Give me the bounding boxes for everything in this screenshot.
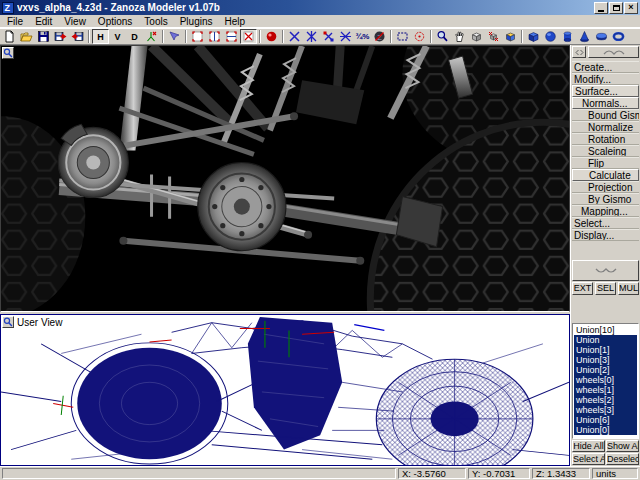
panel-command-modify[interactable]: Modify...	[572, 73, 639, 85]
viewport-single-button[interactable]	[189, 29, 206, 44]
object-list-item[interactable]: Union	[574, 335, 637, 345]
zoom-tool-button[interactable]	[434, 29, 451, 44]
sel-mode-button[interactable]: SEL	[595, 282, 616, 295]
panel-command-projection[interactable]: Projection	[572, 181, 639, 193]
menu-tools[interactable]: Tools	[138, 15, 173, 28]
chevron-up-wave-icon	[603, 49, 625, 56]
open-file-button[interactable]	[18, 29, 35, 44]
object-list[interactable]: Union[10] Union Union[1] Union[3] Union[…	[572, 323, 639, 439]
viewport-column: User View	[0, 45, 570, 466]
panel-command-rotation[interactable]: Rotation	[572, 133, 639, 145]
vertices-axes-button[interactable]	[143, 29, 160, 44]
render-3d-scene	[1, 46, 569, 311]
hide-all-button[interactable]: Hide All	[572, 440, 605, 452]
viewport-split-h-button[interactable]	[223, 29, 240, 44]
select-arrow-button[interactable]	[166, 29, 183, 44]
command-list: Create... Modify... Surface... Normals..…	[572, 61, 639, 241]
user-view-corner-button[interactable]	[2, 316, 14, 328]
panel-command-display[interactable]: Display...	[572, 229, 639, 241]
mul-mode-button[interactable]: MUL	[618, 282, 639, 295]
create-sphere-button[interactable]	[542, 29, 559, 44]
panel-expand-button[interactable]	[572, 260, 639, 281]
object-list-item[interactable]: Union[10]	[574, 325, 637, 335]
toggle-v-label: V	[114, 32, 120, 42]
pan-tool-button[interactable]	[451, 29, 468, 44]
rect-select-button[interactable]	[394, 29, 411, 44]
z-lock-button[interactable]: Z	[371, 29, 388, 44]
object-list-item[interactable]: wheels[1]	[574, 385, 637, 395]
menu-plugins[interactable]: Plugins	[174, 15, 219, 28]
panel-command-normals[interactable]: Normals...	[572, 97, 639, 109]
toggle-d-button[interactable]: D	[126, 29, 143, 44]
rotate-tool-button[interactable]	[303, 29, 320, 44]
zoom-extents-cube-button[interactable]	[485, 29, 502, 44]
status-bar: X: -3.5760 Y: -0.7031 Z: 1.3433 units	[0, 466, 640, 480]
rect-select-icon	[396, 30, 409, 43]
object-list-item[interactable]: wheels[3]	[574, 405, 637, 415]
panel-command-bound-gismo[interactable]: Bound Gismo	[572, 109, 639, 121]
object-list-item[interactable]: Union[3]	[574, 355, 637, 365]
svg-text:Z: Z	[5, 3, 11, 13]
menu-file[interactable]: File	[1, 15, 29, 28]
panel-command-calculate[interactable]: Calculate	[572, 169, 639, 181]
menu-options[interactable]: Options	[92, 15, 138, 28]
object-list-item[interactable]: Union[0]	[574, 425, 637, 435]
object-list-item[interactable]: wheels[2]	[574, 395, 637, 405]
menu-help[interactable]: Help	[219, 15, 252, 28]
snap-percent-button[interactable]: ¾%	[354, 29, 371, 44]
import-button[interactable]	[69, 29, 86, 44]
panel-command-flip[interactable]: Flip	[572, 157, 639, 169]
panel-command-mapping[interactable]: Mapping...	[572, 205, 639, 217]
toggle-h-button[interactable]: H	[92, 29, 109, 44]
rotate-tool-icon	[305, 30, 318, 43]
new-file-button[interactable]	[1, 29, 18, 44]
circle-select-button[interactable]	[411, 29, 428, 44]
create-cone-button[interactable]	[576, 29, 593, 44]
viewport-3d-corner-button[interactable]	[2, 47, 14, 59]
create-disc-button[interactable]	[593, 29, 610, 44]
panel-collapse-button[interactable]	[588, 46, 639, 58]
vertices-axes-icon	[145, 30, 158, 43]
orbit-cube-button[interactable]	[468, 29, 485, 44]
viewport-3d[interactable]	[0, 45, 570, 312]
panel-command-surface[interactable]: Surface...	[572, 85, 639, 97]
ext-mode-button[interactable]: EXT	[572, 282, 593, 295]
panel-command-normalize[interactable]: Normalize	[572, 121, 639, 133]
view-cube-button[interactable]	[502, 29, 519, 44]
panel-toggle-button[interactable]	[572, 46, 586, 58]
object-list-item[interactable]: wheels[0]	[574, 375, 637, 385]
toolbar-separator	[259, 30, 261, 43]
panel-command-scaleing[interactable]: Scaleing	[572, 145, 639, 157]
create-cylinder-button[interactable]	[559, 29, 576, 44]
deselect-button[interactable]: Deselect	[606, 453, 639, 465]
viewport-quad-button[interactable]	[240, 29, 257, 44]
object-list-item[interactable]: Union[2]	[574, 365, 637, 375]
scale-tool-button[interactable]	[320, 29, 337, 44]
toggle-v-button[interactable]: V	[109, 29, 126, 44]
panel-command-create[interactable]: Create...	[572, 61, 639, 73]
create-torus-button[interactable]	[610, 29, 627, 44]
menu-view[interactable]: View	[58, 15, 92, 28]
save-as-button[interactable]	[52, 29, 69, 44]
object-list-item[interactable]: Union[1]	[574, 345, 637, 355]
create-box-button[interactable]	[525, 29, 542, 44]
minimize-button[interactable]	[594, 2, 608, 14]
title-bar[interactable]: Z vxvs_alpha_4.z3d - Zanoza Modeler v1.0…	[0, 0, 640, 15]
show-all-button[interactable]: Show All	[606, 440, 639, 452]
object-list-item[interactable]: Union[6]	[574, 415, 637, 425]
menu-edit[interactable]: Edit	[29, 15, 58, 28]
command-panel: Create... Modify... Surface... Normals..…	[570, 45, 640, 466]
restore-button[interactable]	[609, 2, 623, 14]
save-button[interactable]	[35, 29, 52, 44]
toolbar-separator	[162, 30, 164, 43]
panel-command-select[interactable]: Select...	[572, 217, 639, 229]
select-all-button[interactable]: Select All	[572, 453, 605, 465]
viewport-split-v-button[interactable]	[206, 29, 223, 44]
mirror-tool-button[interactable]	[337, 29, 354, 44]
move-tool-button[interactable]	[286, 29, 303, 44]
panel-command-by-gismo[interactable]: By Gismo	[572, 193, 639, 205]
status-z-coordinate: Z: 1.3433	[532, 468, 590, 479]
material-sphere-button[interactable]	[263, 29, 280, 44]
close-button[interactable]: ×	[624, 2, 638, 14]
viewport-user-view[interactable]: User View	[0, 314, 570, 466]
